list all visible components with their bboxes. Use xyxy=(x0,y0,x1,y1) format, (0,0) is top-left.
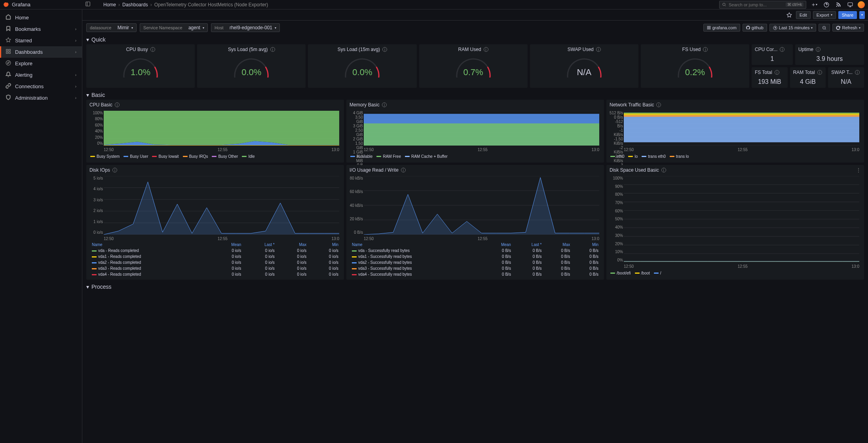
panel-disk_space[interactable]: Disk Space Used Basic i⋮100%90%80%70%60%… xyxy=(606,165,864,280)
host-select[interactable]: Host rhel9-edgenode-001 ▾ xyxy=(211,23,280,32)
legend-item[interactable]: /boot xyxy=(635,271,650,275)
info-icon[interactable]: i xyxy=(596,47,601,52)
section-quick[interactable]: ▾ Quick xyxy=(82,35,868,44)
info-icon[interactable]: i xyxy=(115,102,120,107)
stat-swap_total[interactable]: SWAP T... iN/A xyxy=(828,67,864,88)
panel-net_basic[interactable]: Network Traffic Basic i512 B/s0 B/s-512 … xyxy=(606,100,864,163)
legend-item[interactable]: Busy System xyxy=(90,154,120,159)
gauge-ram-used[interactable]: RAM Used i0.7% xyxy=(419,44,528,88)
gauge-sys-load-15m-avg-[interactable]: Sys Load (15m avg) i0.0% xyxy=(308,44,416,88)
legend-item[interactable]: Busy User xyxy=(123,154,148,159)
monitor-icon[interactable] xyxy=(846,1,855,8)
legend-item[interactable]: Busy Other xyxy=(212,154,238,159)
sidebar-item-bookmarks[interactable]: Bookmarks› xyxy=(0,23,82,35)
panel-memory_basic[interactable]: Memory Basic i4 GiB3.50 GiB3 GiB2.50 GiB… xyxy=(346,100,604,163)
share-dropdown[interactable]: ▾ xyxy=(859,11,865,19)
svg-marker-12 xyxy=(6,38,11,42)
legend: Busy SystemBusy UserBusy IowaitBusy IRQs… xyxy=(89,153,341,160)
export-button[interactable]: Export ▾ xyxy=(813,11,836,19)
link-github[interactable]: github xyxy=(743,24,767,32)
sidebar-item-alerting[interactable]: Alerting› xyxy=(0,69,82,81)
stat-cpu_cores[interactable]: CPU Cor... i1 xyxy=(752,44,793,65)
table-row[interactable]: vda - Reads completed0 io/s0 io/s0 io/s0… xyxy=(89,248,341,254)
edit-button[interactable]: Edit xyxy=(796,11,811,19)
info-icon[interactable]: i xyxy=(382,102,387,107)
share-button[interactable]: Share xyxy=(838,11,857,19)
sidebar-item-home[interactable]: Home xyxy=(0,12,82,23)
table-row[interactable]: vda - Successfully read bytes0 B/s0 B/s0… xyxy=(349,248,601,254)
panel-menu-icon[interactable]: ⋮ xyxy=(856,167,861,173)
legend-item[interactable]: /boot/efi xyxy=(610,271,631,275)
gauge-fs-used[interactable]: FS Used i0.2% xyxy=(641,44,749,88)
gauge-cpu-busy[interactable]: CPU Busy i1.0% xyxy=(86,44,195,88)
table-row[interactable]: vda2 - Reads completed0 io/s0 io/s0 io/s… xyxy=(89,259,341,265)
section-basic[interactable]: ▾ Basic xyxy=(82,90,868,100)
gauge-swap-used[interactable]: SWAP Used iN/A xyxy=(530,44,638,88)
variable-bar: datasource Mimir ▾ Service Namespace age… xyxy=(82,21,868,35)
refresh-button[interactable]: Refresh ▾ xyxy=(832,24,864,32)
table-row[interactable]: vda4 - Reads completed0 io/s0 io/s0 io/s… xyxy=(89,271,341,277)
add-button[interactable]: ▾ xyxy=(809,2,819,8)
grafana-logo-icon[interactable] xyxy=(3,2,9,8)
rss-icon[interactable] xyxy=(834,1,843,8)
legend-item[interactable]: Idle xyxy=(242,154,255,159)
legend-item[interactable]: trans eth0 xyxy=(642,154,665,159)
info-icon[interactable]: i xyxy=(401,168,406,172)
namespace-select[interactable]: Service Namespace agent ▾ xyxy=(140,23,208,32)
table-row[interactable]: vda4 - Successfully read bytes0 B/s0 B/s… xyxy=(349,271,601,277)
help-icon[interactable] xyxy=(822,1,831,8)
info-icon[interactable]: i xyxy=(150,47,155,52)
table-row[interactable]: vda3 - Reads completed0 io/s0 io/s0 io/s… xyxy=(89,265,341,271)
breadcrumb-home[interactable]: Home xyxy=(103,2,116,8)
table-row[interactable]: vda2 - Successfully read bytes0 B/s0 B/s… xyxy=(349,259,601,265)
datasource-select[interactable]: datasource Mimir ▾ xyxy=(86,23,137,32)
time-range-picker[interactable]: Last 15 minutes ▾ xyxy=(769,24,817,32)
legend-item[interactable]: Busy IRQs xyxy=(183,154,208,159)
info-icon[interactable]: i xyxy=(703,47,708,52)
stat-ram_total[interactable]: RAM Total i4 GiB xyxy=(790,67,826,88)
sidebar-item-explore[interactable]: Explore xyxy=(0,58,82,69)
legend-item[interactable]: RAM Cache + Buffer xyxy=(405,154,448,159)
link-grafana[interactable]: grafana.com xyxy=(703,24,740,32)
section-process[interactable]: ▾ Process xyxy=(82,282,868,292)
gauge-sys-load-5m-avg-[interactable]: Sys Load (5m avg) i0.0% xyxy=(197,44,306,88)
legend-item[interactable]: trans lo xyxy=(670,154,689,159)
info-icon[interactable]: i xyxy=(661,168,666,172)
info-icon[interactable]: i xyxy=(816,47,821,52)
sidebar-item-dashboards[interactable]: Dashboards› xyxy=(0,46,82,58)
panel-cpu_basic[interactable]: CPU Basic i100%80%60%40%20%0%12:5012:551… xyxy=(86,100,344,163)
svg-point-17 xyxy=(6,61,11,65)
sidebar-collapse-icon[interactable] xyxy=(85,1,91,8)
panel-disk_iops[interactable]: Disk IOps i5 io/s4 io/s3 io/s2 io/s1 io/… xyxy=(86,165,344,280)
search-box[interactable]: ⌘ ctrl+k xyxy=(719,1,806,9)
zoom-out-button[interactable] xyxy=(819,24,830,32)
sidebar-item-administration[interactable]: Administration› xyxy=(0,92,82,104)
breadcrumb-dashboards[interactable]: Dashboards xyxy=(122,2,148,8)
info-icon[interactable]: i xyxy=(484,47,488,52)
legend-item[interactable]: / xyxy=(654,271,661,275)
info-icon[interactable]: i xyxy=(382,47,387,52)
legend-item[interactable]: RAM Free xyxy=(376,154,401,159)
info-icon[interactable]: i xyxy=(270,47,275,52)
stat-uptime[interactable]: Uptime i3.9 hours xyxy=(795,44,864,65)
brand-name: Grafana xyxy=(12,2,30,8)
info-icon[interactable]: i xyxy=(855,70,860,75)
user-avatar[interactable] xyxy=(858,1,865,8)
table-row[interactable]: vda1 - Reads completed0 io/s0 io/s0 io/s… xyxy=(89,254,341,259)
table-row[interactable]: vda1 - Successfully read bytes0 B/s0 B/s… xyxy=(349,254,601,259)
sidebar-item-starred[interactable]: Starred› xyxy=(0,35,82,46)
panel-io_usage[interactable]: I/O Usage Read / Write i80 kB/s60 kB/s40… xyxy=(346,165,604,280)
info-icon[interactable]: i xyxy=(775,70,779,75)
legend-item[interactable]: Busy Iowait xyxy=(152,154,179,159)
svg-rect-13 xyxy=(6,49,8,51)
info-icon[interactable]: i xyxy=(780,47,784,52)
stat-fs_total[interactable]: FS Total i193 MiB xyxy=(752,67,788,88)
star-icon[interactable] xyxy=(785,11,794,19)
search-input[interactable] xyxy=(729,2,783,7)
info-icon[interactable]: i xyxy=(656,102,661,107)
sidebar-item-connections[interactable]: Connections› xyxy=(0,81,82,92)
legend-item[interactable]: lo xyxy=(628,154,638,159)
info-icon[interactable]: i xyxy=(112,168,117,172)
info-icon[interactable]: i xyxy=(817,70,822,75)
table-row[interactable]: vda3 - Successfully read bytes0 B/s0 B/s… xyxy=(349,265,601,271)
